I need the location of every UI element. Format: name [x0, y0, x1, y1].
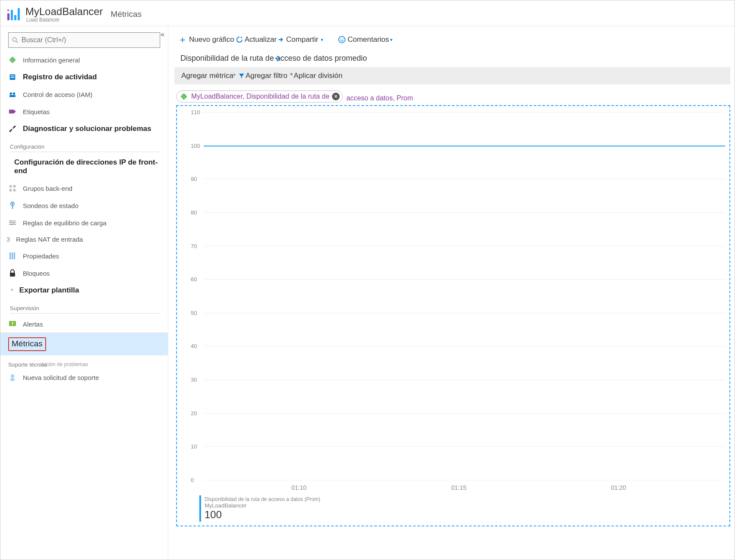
legend-value: 100 — [205, 509, 725, 521]
sidebar-item-label: Información general — [23, 56, 80, 64]
data-line — [204, 146, 725, 146]
legend-resource: MyLoadBalancer — [205, 502, 725, 509]
nat-count: 3 — [6, 236, 10, 243]
gridline — [204, 413, 725, 414]
sidebar-item-alerts[interactable]: Alertas — [0, 315, 168, 333]
svg-point-28 — [13, 222, 15, 224]
refresh-button[interactable]: Actualizar — [234, 34, 279, 45]
sidebar-search[interactable] — [8, 32, 160, 48]
new-chart-button[interactable]: ＋ Nuevo gráfico — [176, 32, 236, 47]
pin-icon[interactable] — [275, 56, 281, 62]
gridline — [204, 212, 725, 213]
sidebar-item-label: Configuración de direcciones IP de front… — [14, 158, 160, 175]
y-tick-label: 80 — [191, 209, 197, 215]
svg-point-27 — [10, 220, 12, 222]
backend-icon — [8, 184, 17, 193]
sidebar-item-metrics[interactable]: Métricas — [0, 333, 168, 355]
sidebar-item-diagnose[interactable]: Diagnosticar y solucionar problemas — [0, 120, 168, 137]
sidebar-item-iam[interactable]: Control de acceso (IAM) — [0, 86, 168, 103]
svg-point-42 — [343, 39, 344, 40]
sidebar-group-config: Configuración — [10, 137, 160, 152]
chart-title: Disponibilidad de la ruta de acceso de d… — [180, 54, 367, 63]
resource-type: Load Balancer — [26, 17, 103, 23]
button-label: Comentarios — [347, 35, 389, 44]
svg-rect-30 — [9, 252, 11, 259]
sidebar-item-label: Control de acceso (IAM) — [23, 91, 93, 98]
sidebar: « Información general Registro de activi… — [0, 26, 168, 560]
feedback-button[interactable]: Comentarios ▾ — [336, 34, 394, 45]
support-label-b: lución de problemas — [42, 361, 88, 368]
y-tick-label: 70 — [191, 243, 197, 249]
svg-rect-31 — [12, 252, 13, 259]
svg-rect-33 — [10, 273, 15, 277]
sidebar-item-frontend-ip[interactable]: Configuración de direcciones IP de front… — [0, 154, 168, 180]
x-tick-label: 01:20 — [611, 484, 626, 491]
svg-marker-14 — [9, 110, 16, 114]
sidebar-item-tags[interactable]: Etiquetas — [0, 103, 168, 120]
sidebar-group-support: Soporte técnico lución de problemas — [0, 355, 168, 369]
metric-pill[interactable]: MyLoadBalancer, Disponibilidad de la rut… — [176, 90, 343, 103]
gridline — [204, 346, 725, 346]
sidebar-item-new-support[interactable]: Nueva solicitud de soporte — [0, 369, 168, 386]
svg-rect-13 — [9, 95, 16, 97]
sidebar-item-label: Reglas NAT de entrada — [16, 236, 83, 243]
svg-rect-2 — [14, 15, 16, 20]
smile-icon — [338, 36, 346, 44]
sidebar-item-nat-rules[interactable]: 3 Reglas NAT de entrada — [0, 231, 168, 247]
gridline — [204, 246, 725, 246]
x-tick-label: 01:10 — [292, 484, 307, 491]
gridline — [204, 313, 725, 313]
metric-ops-bar: Agregar métrica + Agregar filtro * Aplic… — [174, 67, 730, 84]
metric-pill-trail: acceso a datos, Prom — [347, 94, 413, 102]
y-tick-label: 50 — [191, 309, 197, 316]
asterisk: * — [11, 287, 13, 294]
support-icon — [8, 373, 17, 382]
y-tick-label: 100 — [191, 142, 200, 149]
sidebar-item-label: Grupos back-end — [23, 185, 72, 192]
sidebar-item-label: Nueva solicitud de soporte — [23, 374, 99, 381]
chevron-down-icon: ▾ — [390, 37, 393, 43]
sidebar-item-properties[interactable]: Propiedades — [0, 247, 168, 264]
svg-point-4 — [7, 9, 9, 11]
gridline — [204, 279, 725, 280]
resource-mini-icon — [180, 93, 188, 100]
collapse-sidebar-icon[interactable]: « — [161, 31, 164, 38]
gridline — [204, 446, 725, 447]
sidebar-item-label: Reglas de equilibrio de carga — [23, 219, 106, 227]
metric-pill-row: MyLoadBalancer, Disponibilidad de la rut… — [168, 90, 735, 105]
sidebar-item-locks[interactable]: Bloqueos — [0, 264, 168, 282]
apply-split-button[interactable]: * Aplicar división — [290, 72, 342, 80]
sidebar-item-activity-log[interactable]: Registro de actividad — [0, 68, 168, 86]
lock-icon — [8, 269, 17, 277]
tag-icon — [8, 107, 17, 116]
x-tick-label: 01:15 — [451, 484, 466, 491]
gridline — [204, 112, 725, 112]
search-input[interactable] — [22, 36, 156, 44]
plus-icon: ＋ — [178, 33, 187, 46]
gridline — [204, 380, 725, 380]
sidebar-item-label: Alertas — [23, 320, 43, 328]
y-tick-label: 20 — [191, 410, 197, 416]
sidebar-item-health-probes[interactable]: Sondeos de estado — [0, 197, 168, 214]
add-metric-button[interactable]: Agregar métrica + — [181, 72, 236, 80]
add-filter-button[interactable]: Agregar filtro — [239, 72, 287, 80]
sidebar-item-export-template[interactable]: * Exportar plantilla — [0, 282, 168, 299]
svg-rect-3 — [18, 8, 20, 20]
y-tick-label: 10 — [191, 443, 197, 450]
share-icon — [278, 36, 285, 43]
svg-rect-1 — [11, 10, 13, 20]
remove-metric-icon[interactable]: ✕ — [332, 93, 340, 100]
svg-point-5 — [12, 37, 16, 41]
sidebar-item-lb-rules[interactable]: Reglas de equilibrio de carga — [0, 214, 168, 231]
svg-rect-32 — [14, 252, 15, 259]
gridline — [204, 179, 725, 179]
svg-point-16 — [14, 126, 16, 128]
sidebar-item-backend-pools[interactable]: Grupos back-end — [0, 180, 168, 197]
page-header: MyLoadBalancer Load Balancer Métricas — [0, 0, 735, 26]
y-tick-label: 60 — [191, 276, 197, 283]
resource-title: MyLoadBalancer — [25, 6, 103, 18]
share-button[interactable]: Compartir ▾ — [276, 34, 326, 45]
sidebar-item-label: Exportar plantilla — [19, 286, 79, 295]
rules-icon — [8, 218, 17, 227]
sidebar-item-overview[interactable]: Información general — [0, 51, 168, 68]
